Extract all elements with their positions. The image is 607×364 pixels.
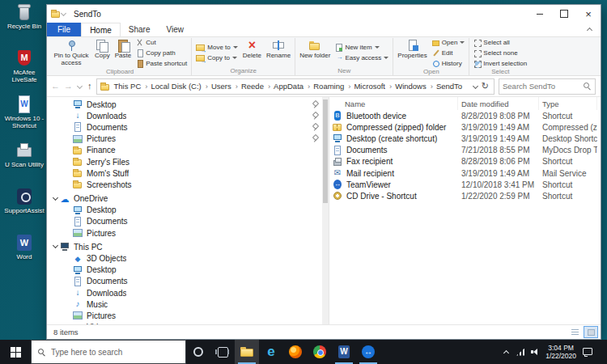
nav-item[interactable]: Videos: [47, 322, 329, 324]
new-item-button[interactable]: New item: [333, 43, 390, 52]
nav-item[interactable]: Desktop: [47, 99, 329, 110]
hidden-icons-chevron-icon[interactable]: [503, 349, 510, 356]
taskbar-search-input[interactable]: [51, 348, 180, 357]
file-row[interactable]: TeamViewer 12/10/2018 3:41 PM Shortcut: [329, 179, 601, 190]
breadcrumb-segment[interactable]: Roaming: [312, 82, 352, 91]
nav-item[interactable]: Mom's Stuff: [47, 167, 329, 179]
nav-item[interactable]: Downloads: [47, 110, 329, 121]
nav-item[interactable]: Desktop: [47, 265, 329, 276]
thumbnail-view-button[interactable]: [584, 326, 598, 338]
collapse-ribbon-icon[interactable]: [586, 23, 594, 36]
explorer-search-box[interactable]: [499, 78, 596, 95]
select-all-button[interactable]: Select all: [472, 38, 528, 47]
cut-button[interactable]: Cut: [134, 38, 189, 47]
breadcrumb-segment[interactable]: Local Disk (C:): [149, 82, 209, 91]
desktop-icon[interactable]: U Scan Utility: [2, 142, 47, 180]
taskbar-button[interactable]: [235, 340, 259, 364]
desktop-icon[interactable]: Recycle Bin: [2, 3, 47, 42]
network-icon[interactable]: [516, 349, 524, 356]
nav-item[interactable]: Finance: [47, 145, 329, 156]
recent-locations-icon[interactable]: [77, 83, 83, 91]
chevron-icon[interactable]: [52, 243, 60, 251]
quick-access-toolbar-caret-icon[interactable]: [61, 10, 67, 18]
invert-selection-button[interactable]: Invert selection: [472, 59, 528, 68]
titlebar[interactable]: SendTo: [47, 5, 601, 23]
column-header-size[interactable]: Size: [597, 97, 601, 110]
column-header-name[interactable]: Name: [329, 97, 458, 110]
nav-item[interactable]: Documents: [47, 276, 329, 287]
tab-share[interactable]: Share: [121, 23, 159, 36]
taskbar-button[interactable]: [259, 340, 283, 364]
file-row[interactable]: Bluetooth device 8/28/2019 8:08 PM Short…: [329, 110, 601, 121]
pin-to-quick-access-button[interactable]: Pin to Quick access: [51, 38, 91, 68]
properties-button[interactable]: Properties: [396, 38, 428, 68]
desktop-icon[interactable]: SupportAssist: [2, 188, 47, 226]
volume-icon[interactable]: [531, 348, 539, 356]
back-button[interactable]: ←: [51, 82, 60, 91]
file-row[interactable]: Compressed (zipped) folder 3/19/2019 1:4…: [329, 121, 601, 133]
tab-view[interactable]: View: [159, 23, 193, 36]
breadcrumb-segment[interactable]: Windows: [393, 82, 435, 91]
column-header-type[interactable]: Type: [539, 97, 597, 110]
nav-item[interactable]: Documents: [47, 121, 329, 133]
copy-to-button[interactable]: Copy to: [194, 53, 239, 62]
nav-item[interactable]: Documents: [47, 216, 329, 227]
minimize-button[interactable]: [528, 5, 552, 23]
nav-item[interactable]: Pictures: [47, 310, 329, 321]
chevron-icon[interactable]: [52, 195, 60, 203]
nav-item[interactable]: Pictures: [47, 133, 329, 145]
breadcrumb-segment[interactable]: Users: [210, 82, 240, 91]
nav-item[interactable]: Music: [47, 298, 329, 310]
nav-scrollbar-thumb[interactable]: [323, 99, 328, 203]
taskbar-button[interactable]: [283, 340, 308, 364]
edit-button[interactable]: Edit: [431, 49, 467, 57]
desktop-icon[interactable]: McAfee LiveSafe: [2, 49, 47, 88]
delete-button[interactable]: Delete: [241, 38, 263, 67]
file-row[interactable]: Documents 7/21/2018 8:55 PM MyDocs Drop …: [329, 145, 601, 156]
maximize-button[interactable]: [552, 5, 576, 23]
copy-button[interactable]: Copy: [93, 38, 112, 68]
tab-file[interactable]: File: [47, 23, 81, 36]
breadcrumb-segment[interactable]: Microsoft: [352, 82, 393, 91]
breadcrumb-segment[interactable]: AppData: [272, 82, 312, 91]
taskbar-button[interactable]: [186, 340, 210, 364]
details-view-button[interactable]: [567, 326, 582, 338]
nav-item[interactable]: Jerry's Files: [47, 156, 329, 167]
nav-item[interactable]: OneDrive: [47, 193, 329, 205]
address-dropdown-icon[interactable]: [472, 82, 480, 91]
nav-item[interactable]: Downloads: [47, 287, 329, 298]
tab-home[interactable]: Home: [81, 23, 121, 36]
up-button[interactable]: ↑: [87, 82, 92, 91]
rename-button[interactable]: Rename: [265, 38, 292, 67]
explorer-search-input[interactable]: [503, 82, 583, 91]
refresh-icon[interactable]: ↻: [480, 82, 490, 91]
taskbar-button[interactable]: [332, 340, 356, 364]
history-button[interactable]: History: [431, 59, 467, 68]
breadcrumb-segment[interactable]: This PC: [112, 82, 150, 91]
taskbar-button[interactable]: [308, 340, 332, 364]
select-none-button[interactable]: Select none: [472, 49, 528, 57]
nav-item[interactable]: 3D Objects: [47, 252, 329, 264]
file-row[interactable]: CD Drive - Shortcut 1/22/2020 2:59 PM Sh…: [329, 190, 601, 201]
taskbar-button[interactable]: [356, 340, 380, 364]
open-button[interactable]: Open: [431, 38, 467, 47]
nav-item[interactable]: This PC: [47, 241, 329, 252]
paste-button[interactable]: Paste: [113, 38, 133, 68]
copy-path-button[interactable]: Copy path: [134, 49, 189, 57]
clock[interactable]: 3:04 PM 1/22/2020: [545, 344, 576, 360]
action-center-icon[interactable]: [583, 348, 592, 357]
nav-scrollbar[interactable]: [322, 97, 329, 324]
taskbar-search-box[interactable]: [31, 340, 186, 364]
breadcrumb-segment[interactable]: Reede: [240, 82, 272, 91]
easy-access-button[interactable]: Easy access: [333, 53, 390, 62]
forward-button[interactable]: →: [64, 82, 73, 91]
close-button[interactable]: [576, 5, 601, 23]
taskbar-button[interactable]: [210, 340, 235, 364]
new-folder-button[interactable]: New folder: [298, 38, 332, 67]
file-row[interactable]: Desktop (create shortcut) 3/19/2019 1:49…: [329, 133, 601, 144]
move-to-button[interactable]: Move to: [194, 43, 239, 52]
breadcrumb[interactable]: This PCLocal Disk (C:)UsersReedeAppDataR…: [96, 78, 495, 95]
nav-item[interactable]: Screenshots: [47, 179, 329, 190]
column-header-date-modified[interactable]: Date modified: [458, 97, 539, 110]
breadcrumb-segment[interactable]: SendTo: [435, 82, 464, 91]
